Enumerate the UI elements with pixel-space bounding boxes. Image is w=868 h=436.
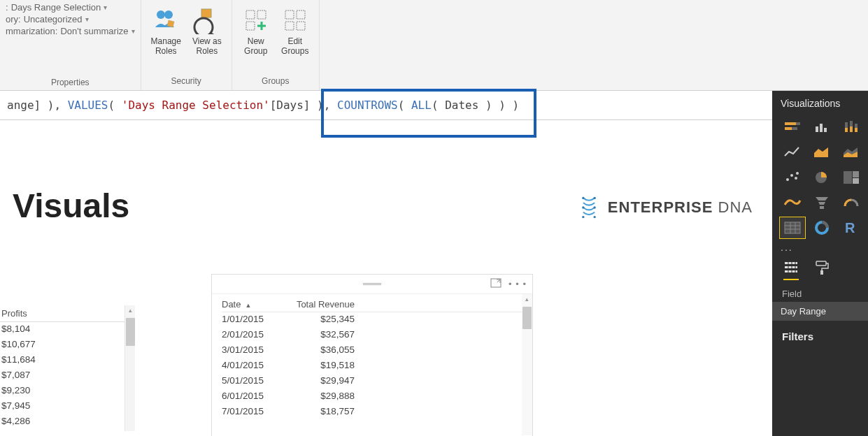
svg-point-1 (164, 10, 173, 19)
table-row[interactable]: 2/01/2015$32,567 (222, 328, 522, 343)
manage-roles-button[interactable]: Manage Roles (147, 3, 185, 59)
ribbon: : Days Range Selection ▾ ory: Uncategori… (0, 0, 868, 91)
field-well-item[interactable]: Day Range (772, 302, 868, 321)
drag-handle-icon[interactable] (363, 283, 381, 285)
svg-rect-9 (297, 10, 305, 19)
formula-text[interactable]: ange] ), VALUES( 'Days Range Selection'[… (7, 99, 519, 112)
visualizations-title: Visualizations (772, 91, 868, 115)
scroll-thumb[interactable] (522, 307, 532, 329)
clustered-column-viz-icon[interactable] (809, 116, 835, 138)
svg-rect-25 (824, 128, 827, 132)
line-viz-icon[interactable] (779, 141, 806, 164)
svg-rect-40 (785, 222, 800, 233)
prop-category-row[interactable]: ory: Uncategorized ▾ (6, 13, 135, 25)
svg-rect-24 (820, 124, 823, 132)
svg-rect-7 (246, 22, 255, 30)
format-tab[interactable] (814, 260, 830, 280)
edit-groups-button[interactable]: Edit Groups (277, 3, 313, 59)
svg-rect-2 (201, 9, 211, 17)
table-row[interactable]: 7/01/2015$18,757 (222, 405, 522, 420)
svg-rect-29 (850, 126, 853, 132)
pie-viz-icon[interactable] (809, 166, 835, 189)
ribbon-properties-group: : Days Range Selection ▾ ory: Uncategori… (0, 0, 141, 90)
visualization-gallery: R (772, 115, 868, 240)
svg-rect-10 (285, 22, 294, 30)
revenue-column-header[interactable]: Total Revenue (292, 299, 376, 310)
svg-rect-6 (257, 10, 266, 19)
date-column-header[interactable]: Date▲ (222, 299, 292, 310)
view-as-roles-button[interactable]: View as Roles (188, 3, 226, 59)
table-row[interactable]: $11,684 (0, 353, 135, 368)
stacked-area-viz-icon[interactable] (838, 141, 865, 164)
more-options-icon[interactable]: • • • (508, 279, 527, 289)
table-row[interactable]: 1/01/2015$25,345 (222, 312, 522, 328)
svg-rect-54 (820, 270, 823, 275)
fields-icon (783, 260, 799, 274)
new-group-icon (242, 6, 270, 35)
gauge-viz-icon[interactable] (838, 191, 865, 214)
stacked-bar-viz-icon[interactable] (779, 116, 806, 138)
paint-roller-icon (814, 260, 830, 275)
svg-rect-21 (785, 127, 792, 130)
sort-asc-icon: ▲ (245, 302, 251, 309)
scroll-thumb[interactable] (126, 318, 135, 346)
table-row[interactable]: $8,104 (0, 322, 135, 337)
funnel-viz-icon[interactable] (809, 191, 835, 214)
security-group-label: Security (147, 75, 226, 87)
table-row[interactable]: $10,677 (0, 337, 135, 353)
more-visuals-button[interactable]: ... (772, 240, 868, 254)
visual-header[interactable]: • • • (212, 275, 532, 294)
svg-point-16 (582, 216, 584, 218)
svg-point-35 (796, 172, 799, 175)
svg-rect-31 (855, 128, 858, 132)
table-row[interactable]: 4/01/2015$19,518 (222, 358, 522, 374)
focus-mode-icon[interactable] (490, 278, 501, 290)
new-group-button[interactable]: New Group (238, 3, 274, 59)
revenue-visual-card[interactable]: • • • Date▲ Total Revenue 1/01/2015$25,3… (211, 274, 533, 436)
table-row[interactable]: $9,230 (0, 384, 135, 399)
revenue-scrollbar[interactable]: ▴ (522, 294, 532, 435)
table-row[interactable]: 3/01/2015$36,055 (222, 343, 522, 358)
properties-group-label: Properties (6, 76, 135, 89)
svg-rect-19 (785, 122, 796, 125)
table-row[interactable]: $7,945 (0, 399, 135, 414)
ribbon-security-group: Manage Roles View as Roles Security (141, 0, 232, 90)
svg-point-3 (194, 18, 213, 34)
report-canvas[interactable]: Visuals ENTERPRISE DNA Profits $8,104$10… (0, 120, 772, 436)
scatter-viz-icon[interactable] (779, 166, 806, 189)
r-script-viz-icon[interactable]: R (838, 217, 865, 239)
table-viz-icon[interactable] (779, 217, 806, 239)
field-section-label: Field (772, 283, 868, 302)
profits-table[interactable]: Profits $8,104$10,677$11,684$7,087$9,230… (0, 305, 135, 430)
profits-scrollbar[interactable]: ▴ (124, 305, 135, 431)
revenue-table-header[interactable]: Date▲ Total Revenue (222, 297, 522, 312)
stacked-column-viz-icon[interactable] (838, 116, 865, 138)
svg-point-33 (790, 174, 793, 177)
filters-section-title: Filters (772, 321, 868, 345)
view-as-roles-icon (193, 6, 221, 35)
prop-name-row[interactable]: : Days Range Selection ▾ (6, 1, 135, 13)
manage-roles-icon (152, 6, 180, 35)
groups-group-label: Groups (238, 75, 313, 87)
fields-tab[interactable] (783, 260, 799, 280)
table-row[interactable]: 6/01/2015$29,888 (222, 389, 522, 405)
svg-text:R: R (845, 220, 855, 235)
svg-line-4 (210, 33, 217, 34)
table-row[interactable]: 5/01/2015$29,947 (222, 374, 522, 389)
svg-rect-11 (297, 22, 305, 30)
svg-point-15 (593, 206, 595, 208)
svg-point-17 (593, 216, 595, 218)
donut-viz-icon[interactable] (809, 217, 835, 239)
profits-header[interactable]: Profits (0, 305, 135, 322)
table-row[interactable]: $4,286 (0, 414, 135, 430)
scroll-up-icon[interactable]: ▴ (125, 305, 135, 316)
table-row[interactable]: $7,087 (0, 368, 135, 384)
prop-summarization-row[interactable]: mmarization: Don't summarize ▾ (6, 25, 135, 37)
svg-rect-20 (796, 122, 800, 125)
area-viz-icon[interactable] (809, 141, 835, 164)
ribbon-viz-icon[interactable] (779, 191, 806, 214)
scroll-up-icon[interactable]: ▴ (522, 294, 532, 305)
treemap-viz-icon[interactable] (838, 166, 865, 189)
formula-bar[interactable]: ange] ), VALUES( 'Days Range Selection'[… (0, 91, 868, 120)
svg-rect-39 (853, 178, 859, 184)
